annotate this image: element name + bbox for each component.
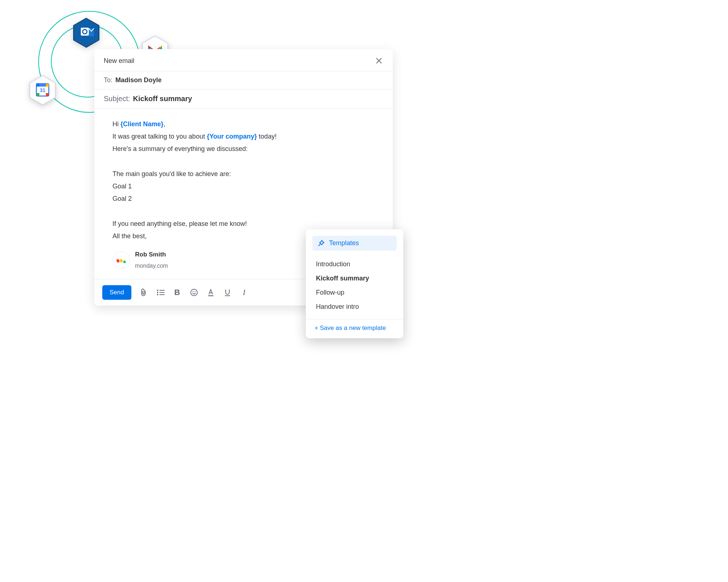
svg-point-12 xyxy=(116,259,120,263)
send-button[interactable]: Send xyxy=(102,285,131,300)
text-color-icon[interactable] xyxy=(206,288,215,297)
svg-point-13 xyxy=(119,259,123,263)
templates-list: Introduction Kickoff summary Follow-up H… xyxy=(312,255,397,316)
pin-icon xyxy=(317,240,325,247)
attachment-icon[interactable] xyxy=(139,288,148,297)
save-template-button[interactable]: + Save as a new template xyxy=(312,323,397,333)
svg-rect-9 xyxy=(36,84,39,87)
svg-point-17 xyxy=(157,294,158,295)
to-value: Madison Doyle xyxy=(115,76,162,84)
svg-rect-10 xyxy=(46,84,49,87)
bold-icon[interactable]: B xyxy=(173,288,182,297)
signature-name: Rob Smith xyxy=(135,249,168,260)
template-token-company: {Your company} xyxy=(207,133,257,140)
bullet-list-icon[interactable] xyxy=(156,288,165,297)
template-item-followup[interactable]: Follow-up xyxy=(314,286,395,300)
svg-point-15 xyxy=(157,290,158,291)
monday-logo-icon xyxy=(112,251,130,269)
template-item-introduction[interactable]: Introduction xyxy=(314,257,395,271)
to-label: To: xyxy=(104,76,112,84)
svg-point-22 xyxy=(192,291,193,292)
templates-header[interactable]: Templates xyxy=(312,236,397,251)
template-item-kickoff[interactable]: Kickoff summary xyxy=(314,271,395,286)
subject-label: Subject: xyxy=(104,95,130,103)
signature-company: monday.com xyxy=(135,260,168,271)
svg-rect-7 xyxy=(46,93,49,96)
svg-point-16 xyxy=(157,292,158,293)
underline-icon[interactable] xyxy=(223,288,232,297)
divider xyxy=(306,319,403,319)
outlook-icon xyxy=(73,17,100,48)
italic-icon[interactable]: I xyxy=(240,288,249,297)
template-token-client: {Client Name} xyxy=(120,120,163,128)
svg-point-14 xyxy=(123,261,126,263)
svg-rect-8 xyxy=(36,93,39,96)
close-icon[interactable] xyxy=(375,56,383,65)
emoji-icon[interactable] xyxy=(190,288,198,297)
subject-field[interactable]: Subject: Kickoff summary xyxy=(94,89,393,108)
subject-value: Kickoff summary xyxy=(133,95,192,103)
svg-point-23 xyxy=(194,291,195,292)
to-field[interactable]: To: Madison Doyle xyxy=(94,71,393,89)
template-item-handover[interactable]: Handover intro xyxy=(314,300,395,314)
google-calendar-icon: 31 xyxy=(29,75,56,105)
templates-popup: Templates Introduction Kickoff summary F… xyxy=(306,229,403,338)
svg-point-21 xyxy=(191,289,197,296)
svg-rect-1 xyxy=(81,28,89,36)
svg-text:31: 31 xyxy=(40,87,46,93)
compose-title: New email xyxy=(104,57,134,65)
